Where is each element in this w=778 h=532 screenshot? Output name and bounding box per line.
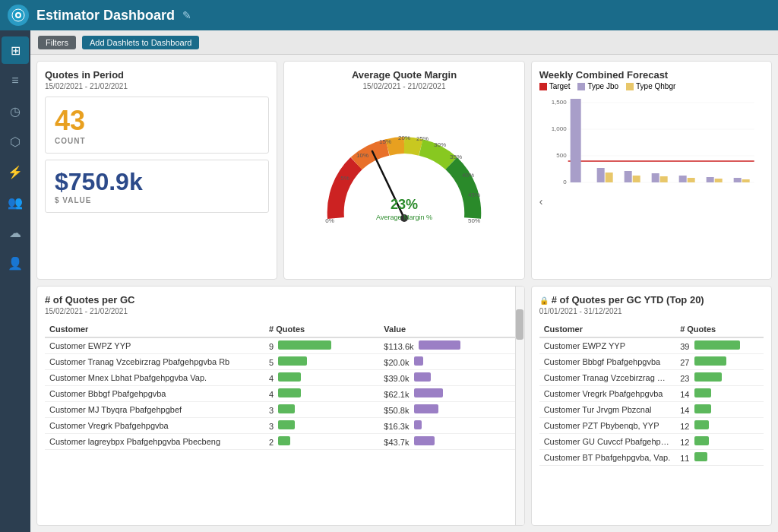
ytd-quotes-bar [694,420,709,429]
svg-rect-36 [706,177,713,182]
svg-text:0%: 0% [325,217,334,224]
quotes-per-gc-title: # of Quotes per GC [45,294,517,306]
ytd-quote-count: 12 [675,433,764,449]
legend-qhbgr-color [626,83,634,90]
svg-text:500: 500 [556,152,567,159]
sidebar-item-lightning[interactable]: ⚡ [2,158,29,185]
table-row: Customer Tur Jrvgm Pbzcnal 14 [539,401,764,417]
col-value: Value [379,321,516,337]
svg-rect-32 [651,173,659,182]
table-row: Customer Tranag Vzcebirzrag Pbafgehpgvba… [539,369,764,385]
quotes-ytd-subtitle: 01/01/2021 - 31/12/2021 [539,307,764,315]
quotes-ytd-table-container[interactable]: Customer # Quotes Customer EWPZ YYP 39 C… [539,321,764,466]
ytd-customer-name: Customer GU Cuvccf Pbafgehpgvba [539,433,675,449]
ytd-customer-name: Customer Tur Jrvgm Pbzcnal [539,401,675,417]
value-label: $ VALUE [55,196,259,204]
customer-name: Customer EWPZ YYP [45,337,264,354]
add-dashlets-button[interactable]: Add Dashlets to Dashboard [82,36,200,49]
app-logo [8,5,29,26]
svg-rect-29 [605,173,612,182]
quotes-ytd-title: # of Quotes per GC YTD (Top 20) [552,294,704,306]
customer-name: Customer MJ Tbyqra Pbafgehpgbef [45,401,264,417]
scroll-bar[interactable] [515,287,524,526]
table-row: Customer Bbbgf Pbafgehpgvba 27 [539,353,764,369]
svg-rect-34 [678,176,686,182]
table-row: Customer Tranag Vzcebirzrag Pbafgehpgvba… [45,353,517,369]
svg-text:25%: 25% [416,135,429,142]
svg-text:15%: 15% [379,138,391,145]
sidebar-item-camera[interactable]: ⬡ [2,128,29,155]
ytd-customer-name: Customer PZT Pbybenqb, YYP [539,417,675,433]
sidebar-item-clock[interactable]: ◷ [2,97,29,125]
quotes-bar [278,340,331,350]
ytd-quote-count: 27 [675,353,764,369]
edit-icon[interactable]: ✎ [182,9,191,21]
table-row: Customer MJ Tbyqra Pbafgehpgbef 3 $50.8k [45,401,517,417]
svg-text:Average Margin %: Average Margin % [376,214,432,221]
legend-target-color [539,83,547,90]
sidebar-item-user[interactable]: 👤 [2,249,29,277]
legend-jbo-label: Type Jbo [587,82,618,90]
quotes-in-period-subtitle: 15/02/2021 - 21/02/2021 [45,82,269,90]
table-row: Customer Mnex Lbhat Pbafgehpgvba Vap. 4 … [45,369,517,385]
svg-rect-37 [714,179,722,182]
value-bar [414,436,435,445]
quotes-bar [278,356,307,366]
value-bar [414,388,443,397]
ytd-quotes-bar [694,452,707,461]
average-quote-margin-card: Average Quote Margin 15/02/2021 - 21/02/… [283,61,524,280]
customer-name: Customer lagreybpx Pbafgehpgvba Pbecbeng [45,433,264,449]
svg-text:1,000: 1,000 [551,125,567,132]
quote-value: $20.0k [379,353,516,369]
ytd-quote-count: 23 [675,369,764,385]
ytd-quotes-bar [694,340,740,350]
svg-rect-27 [570,99,580,182]
svg-text:5%: 5% [340,175,349,182]
legend-target-label: Target [549,82,571,90]
svg-rect-31 [632,176,640,182]
filters-button[interactable]: Filters [38,36,76,49]
quotes-per-gc-subtitle: 15/02/2021 - 21/02/2021 [45,307,517,315]
quotes-bar [278,436,290,445]
legend-jbo: Type Jbo [577,82,618,90]
svg-text:50%: 50% [468,217,480,224]
dashboard: Quotes in Period 15/02/2021 - 21/02/2021… [30,55,778,532]
sidebar-item-list[interactable]: ≡ [2,67,29,94]
customer-name: Customer Vregrk Pbafgehpgvba [45,417,264,433]
svg-text:45%: 45% [468,192,480,198]
forecast-title: Weekly Combined Forecast [539,69,764,81]
svg-rect-38 [733,178,741,182]
ytd-customer-name: Customer Vregrk Pbafgehpgvba [539,385,675,401]
svg-text:40%: 40% [462,172,474,179]
table-row: Customer EWPZ YYP 9 $113.6k [45,337,517,354]
sidebar-item-grid[interactable]: ⊞ [2,36,29,64]
quotes-per-gc-table-container[interactable]: Customer # Quotes Value Customer EWPZ YY… [45,321,517,450]
top-bar: Estimator Dashboard ✎ [0,0,778,30]
forecast-chart: 1,500 1,000 500 0 [539,95,764,209]
quote-count: 9 [264,337,379,354]
value-bar [419,340,460,350]
col-quotes: # Quotes [264,321,379,337]
sidebar-item-users[interactable]: 👥 [2,188,29,216]
customer-name: Customer Bbbgf Pbafgehpgvba [45,385,264,401]
ytd-quotes-bar [694,404,711,413]
count-metric-box: 43 COUNT [45,97,269,154]
chart-left-arrow[interactable]: ‹ [539,195,543,207]
sidebar-item-cloud[interactable]: ☁ [2,219,29,246]
table-row: Customer GU Cuvccf Pbafgehpgvba 12 [539,433,764,449]
legend-target: Target [539,82,571,90]
quote-value: $50.8k [379,401,516,417]
quote-count: 3 [264,401,379,417]
svg-rect-33 [659,176,667,182]
quote-value: $62.1k [379,385,516,401]
weekly-forecast-card: Weekly Combined Forecast Target Type Jbo… [531,61,772,280]
count-label: COUNT [55,137,259,145]
svg-rect-39 [742,179,749,182]
quotes-bar [278,372,301,382]
quotes-in-period-card: Quotes in Period 15/02/2021 - 21/02/2021… [36,61,277,280]
value-amount: $750.9k [55,168,259,196]
main-content: Filters Add Dashlets to Dashboard Quotes… [30,30,778,532]
svg-rect-35 [687,178,694,182]
customer-name: Customer Tranag Vzcebirzrag Pbafgehpgvba… [45,353,264,369]
svg-text:35%: 35% [450,154,462,160]
